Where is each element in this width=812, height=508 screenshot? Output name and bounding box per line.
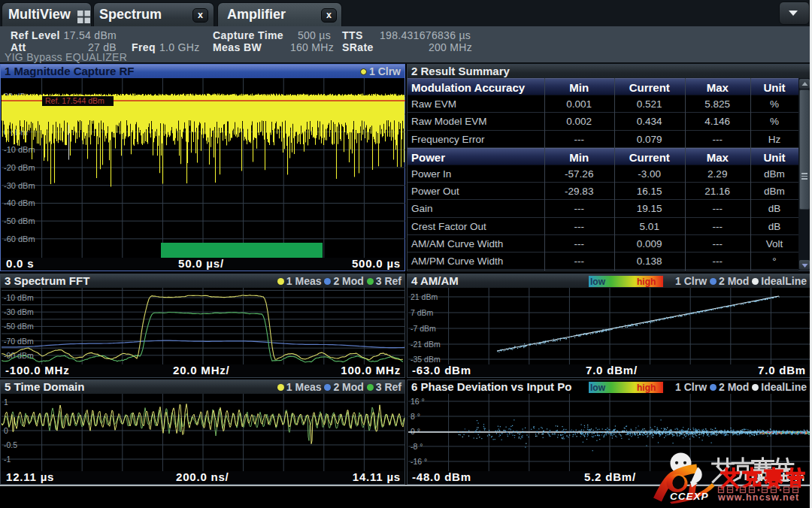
svg-text:8 °: 8 ° <box>411 412 420 421</box>
svg-text:-7 dBm: -7 dBm <box>411 324 436 333</box>
svg-text:CCEXP: CCEXP <box>670 491 709 502</box>
svg-text:-50 dBm: -50 dBm <box>4 216 35 225</box>
svg-text:-50 dBm: -50 dBm <box>4 322 34 331</box>
svg-text:-60 dBm: -60 dBm <box>4 234 35 243</box>
svg-text:7 dBm: 7 dBm <box>411 308 434 317</box>
svg-text:low: low <box>590 277 606 287</box>
svg-text:-8 °: -8 ° <box>411 442 423 451</box>
svg-text:-10 dBm: -10 dBm <box>4 145 35 154</box>
svg-text:Ref. 17.544 dBm: Ref. 17.544 dBm <box>45 96 105 105</box>
svg-text:-1: -1 <box>4 455 11 464</box>
svg-text:1: 1 <box>4 398 8 407</box>
svg-text:16 °: 16 ° <box>411 397 425 406</box>
svg-text:-30 dBm: -30 dBm <box>4 181 35 190</box>
svg-text:-30 dBm: -30 dBm <box>4 307 34 316</box>
svg-text:www.hncsw.net: www.hncsw.net <box>717 492 799 503</box>
svg-text:-40 dBm: -40 dBm <box>4 198 35 207</box>
svg-text:21 dBm: 21 dBm <box>411 292 438 301</box>
svg-text:-70 dBm: -70 dBm <box>4 337 34 346</box>
svg-text:-90 dBm: -90 dBm <box>4 351 34 360</box>
svg-text:low: low <box>590 383 606 393</box>
svg-text:0 °: 0 ° <box>411 427 420 436</box>
svg-text:high: high <box>637 383 656 393</box>
svg-text:-16 °: -16 ° <box>411 457 427 466</box>
svg-text:-0.5: -0.5 <box>4 440 17 449</box>
svg-text:-10 dBm: -10 dBm <box>4 293 34 302</box>
svg-text:0: 0 <box>4 426 8 435</box>
svg-text:-21 dBm: -21 dBm <box>411 340 441 349</box>
svg-text:high: high <box>637 277 656 287</box>
svg-text:-35 dBm: -35 dBm <box>411 355 441 364</box>
svg-text:-20 dBm: -20 dBm <box>4 163 35 172</box>
